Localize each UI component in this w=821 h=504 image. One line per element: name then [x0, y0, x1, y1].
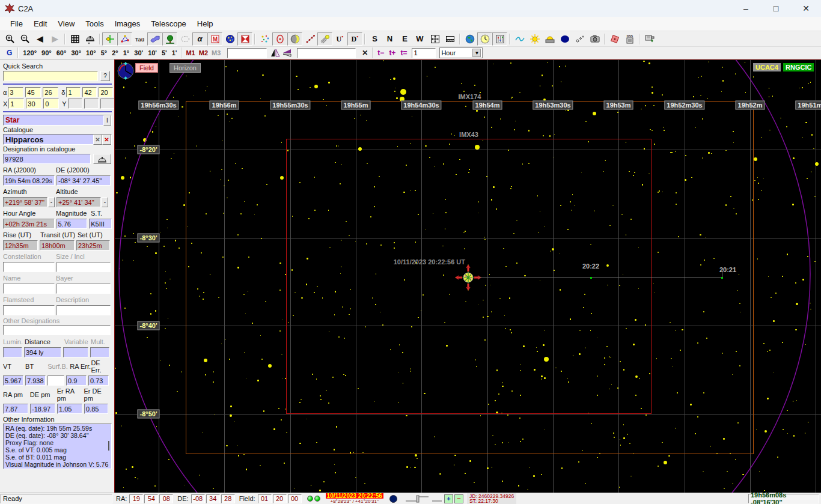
zoom-in-button[interactable]	[2, 32, 17, 46]
mark-m2-button[interactable]: M2	[197, 48, 210, 58]
catalogue-prev-button[interactable]: ✕	[93, 135, 102, 145]
alpha-m-input[interactable]	[25, 87, 41, 97]
alpha-h-input[interactable]	[8, 87, 23, 97]
time-set-button[interactable]: t=	[398, 47, 409, 58]
y1-input[interactable]	[68, 99, 82, 109]
nav-back-button[interactable]: ◀	[32, 32, 47, 46]
azimuth-more-button[interactable]: -	[48, 197, 55, 207]
satellite-dots-button[interactable]	[572, 32, 587, 46]
fov-90-button[interactable]: 90°	[39, 48, 54, 58]
nav-forward-button[interactable]: ▶	[47, 32, 63, 46]
mark-m1-button[interactable]: M1	[184, 48, 197, 58]
star-cluster-button[interactable]	[257, 32, 272, 46]
dir-south-button[interactable]: S	[367, 32, 382, 46]
menu-file[interactable]: File	[5, 17, 28, 30]
sun-button[interactable]	[527, 32, 542, 46]
menu-edit[interactable]: Edit	[28, 17, 52, 30]
time-speed-slider[interactable]	[404, 494, 443, 503]
fov-30-button[interactable]: 30°	[69, 48, 84, 58]
flip-vertical-icon[interactable]	[282, 49, 292, 57]
mark-m3-button[interactable]: M3	[210, 48, 222, 58]
comets-button[interactable]	[317, 32, 332, 46]
designation-value[interactable]: 97928	[3, 154, 91, 164]
dir-east-button[interactable]: E	[397, 32, 412, 46]
clear-search-button[interactable]: ✕	[359, 47, 370, 58]
maximize-button[interactable]: □	[761, 0, 791, 17]
y2-input[interactable]	[84, 99, 99, 109]
menu-images[interactable]: Images	[109, 17, 146, 30]
time-unit-select[interactable]: Hour ▼	[439, 47, 483, 58]
earth-view-button[interactable]	[462, 32, 477, 46]
delta-m-input[interactable]	[82, 87, 97, 97]
fov-10-button[interactable]: 10°	[84, 48, 99, 58]
night-mode-button[interactable]	[557, 32, 572, 46]
flip-horizontal-icon[interactable]	[270, 49, 280, 57]
asteroids-button[interactable]	[302, 32, 317, 46]
time-minus-button[interactable]: t−	[375, 47, 386, 58]
dir-west-button[interactable]: W	[412, 32, 427, 46]
quick-search-input[interactable]	[3, 71, 98, 81]
star-names-alpha-button[interactable]: α	[192, 32, 207, 46]
catalogue-badge-rngcic[interactable]: RNGCIC	[783, 63, 814, 71]
fov-5-button[interactable]: 5'	[159, 48, 169, 58]
uranus-labels-button[interactable]: U•	[332, 32, 347, 46]
fov-60-button[interactable]: 60°	[54, 48, 69, 58]
x1-input[interactable]	[8, 99, 24, 109]
milky-way-button[interactable]	[147, 32, 162, 46]
telescope-control-button[interactable]	[642, 32, 657, 46]
ecliptic-wave-button[interactable]	[512, 32, 527, 46]
dome-dropdown-button[interactable]	[82, 32, 97, 46]
x2-input[interactable]	[26, 99, 41, 109]
nebula-galaxy-button[interactable]	[272, 32, 287, 46]
constellation-lines-button[interactable]	[117, 32, 132, 46]
moon-phase-button[interactable]	[287, 32, 302, 46]
camera-button[interactable]	[587, 32, 602, 46]
time-plus-button[interactable]: +	[444, 494, 453, 503]
fov-1-button[interactable]: 1'	[169, 48, 180, 58]
goto-telescope-button[interactable]	[93, 154, 111, 164]
search-input[interactable]	[227, 48, 267, 58]
fov-30-button[interactable]: 30'	[132, 48, 145, 58]
menu-telescope[interactable]: Telescope	[145, 17, 192, 30]
object-type-list-button[interactable]: I	[103, 115, 111, 126]
time-plus-button[interactable]: t+	[386, 47, 398, 58]
minimize-button[interactable]: –	[731, 0, 761, 17]
fov-120-button[interactable]: 120°	[20, 48, 39, 58]
grid-button[interactable]	[67, 32, 82, 46]
delta-d-input[interactable]	[66, 87, 81, 97]
clock-button[interactable]	[477, 32, 492, 46]
catalogue-next-button[interactable]: ✕	[102, 135, 111, 145]
alpha-s-input[interactable]	[43, 87, 58, 97]
plate-button[interactable]	[607, 32, 622, 46]
quick-search-help-button[interactable]: ?	[100, 71, 110, 81]
sky-map[interactable]: IMX174IMX4319h56m30s19h56m19h55m30s19h55…	[114, 59, 821, 493]
object-search-input[interactable]	[297, 48, 356, 58]
ellipse-dashed-button[interactable]	[177, 32, 192, 46]
fov-10-button[interactable]: 10'	[145, 48, 159, 58]
deep-sky-button[interactable]	[222, 32, 237, 46]
time-minus-button[interactable]: −	[454, 494, 463, 503]
constellation-names-button[interactable]: Taü	[132, 32, 147, 46]
landscape-button[interactable]	[162, 32, 177, 46]
time-step-input[interactable]	[412, 48, 436, 58]
deepsky-labels-button[interactable]: D•	[347, 32, 362, 46]
galaxy-view-button[interactable]: G	[3, 47, 16, 58]
dss-frame-button[interactable]: DSS	[622, 32, 637, 46]
dir-north-button[interactable]: N	[382, 32, 397, 46]
close-button[interactable]: ✕	[791, 0, 821, 17]
y3-input[interactable]	[100, 99, 114, 109]
messier-labels-button[interactable]: M	[207, 32, 222, 46]
x3-input[interactable]	[43, 99, 59, 109]
altitude-more-button[interactable]: -	[102, 197, 108, 207]
twilight-button[interactable]	[542, 32, 557, 46]
delta-s-input[interactable]	[99, 87, 113, 97]
map-tab-horizon[interactable]: Horizon	[169, 63, 201, 73]
horizon-box-button[interactable]	[442, 32, 457, 46]
catalogue-badge-ucac4[interactable]: UCAC4	[753, 63, 781, 71]
map-tab-field[interactable]: Field	[135, 63, 158, 73]
fov-1-button[interactable]: 1°	[121, 48, 132, 58]
zoom-out-button[interactable]	[17, 32, 32, 46]
menu-help[interactable]: Help	[192, 17, 219, 30]
reference-frame-button[interactable]	[237, 32, 252, 46]
center-reticle-button[interactable]	[102, 32, 117, 46]
